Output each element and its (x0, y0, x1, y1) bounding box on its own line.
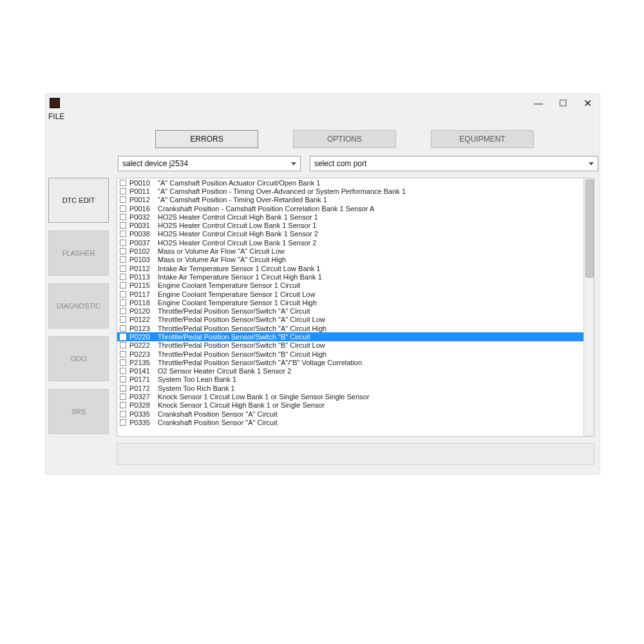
dtc-code: P0328 (129, 401, 158, 409)
dtc-desc: Crankshaft Position - Camshaft Position … (158, 205, 374, 213)
device-select[interactable]: salect device j2534 (118, 156, 301, 171)
dtc-row-checkbox[interactable] (120, 222, 126, 229)
dtc-row-checkbox[interactable] (120, 299, 126, 306)
dtc-row[interactable]: P0222Throttle/Pedal Position Sensor/Swit… (117, 341, 584, 350)
dtc-row[interactable]: P0171System Too Lean Bank 1 (117, 375, 584, 384)
side-tab-flasher[interactable]: FLASHER (48, 231, 109, 276)
dtc-row[interactable]: P0011"A" Camshaft Position - Timing Over… (117, 187, 584, 195)
dtc-row[interactable]: P0103Mass or Volume Air Flow "A" Circuit… (117, 256, 584, 264)
dtc-row-checkbox[interactable] (120, 240, 126, 246)
dtc-row[interactable]: P0220Throttle/Pedal Position Sensor/Swit… (117, 332, 584, 341)
dtc-row-checkbox[interactable] (120, 248, 126, 254)
dtc-desc: Knock Sensor 1 Circuit Low Bank 1 or Sin… (158, 393, 369, 401)
dtc-row[interactable]: P0012"A" Camshaft Position - Timing Over… (117, 196, 584, 204)
dtc-row-checkbox[interactable] (120, 214, 126, 220)
close-button[interactable]: ✕ (575, 94, 600, 112)
dtc-desc: "A" Camshaft Position Actuator Circuit/O… (158, 179, 320, 187)
dtc-row[interactable]: P0038HO2S Heater Control Circuit High Ba… (117, 230, 584, 238)
dtc-row-checkbox[interactable] (120, 376, 126, 383)
dtc-row-checkbox[interactable] (120, 256, 126, 263)
dtc-row[interactable]: P0010"A" Camshaft Position Actuator Circ… (117, 178, 584, 187)
dtc-row[interactable]: P0031HO2S Heater Control Circuit Low Ban… (117, 221, 584, 229)
minimize-button[interactable]: — (526, 94, 551, 112)
dtc-row-checkbox[interactable] (120, 325, 126, 332)
dtc-row[interactable]: P0123Throttle/Pedal Position Sensor/Swit… (117, 324, 584, 332)
scrollbar-vertical[interactable] (583, 178, 594, 436)
dtc-row-checkbox[interactable] (120, 291, 126, 298)
dtc-row[interactable]: P0122Throttle/Pedal Position Sensor/Swit… (117, 316, 584, 324)
dtc-row-checkbox[interactable] (120, 205, 126, 212)
dtc-row-checkbox[interactable] (120, 368, 126, 374)
dtc-row-checkbox[interactable] (120, 308, 126, 314)
dtc-row[interactable]: P0102Mass or Volume Air Flow "A" Circuit… (117, 247, 584, 255)
tab-options[interactable]: OPTIONS (293, 130, 396, 148)
dtc-row[interactable]: P0118Engine Coolant Temperature Sensor 1… (117, 298, 584, 307)
maximize-button[interactable]: ☐ (551, 94, 575, 112)
side-tab-dtc-edit[interactable]: DTC EDIT (48, 178, 109, 223)
dtc-code: P0335 (129, 410, 158, 418)
dtc-row-checkbox[interactable] (120, 359, 126, 366)
side-tab-srs[interactable]: SRS (48, 389, 109, 434)
dtc-row-checkbox[interactable] (120, 188, 126, 194)
dtc-row[interactable]: P0223Throttle/Pedal Position Sensor/Swit… (117, 350, 584, 358)
dtc-row[interactable]: P0016Crankshaft Position - Camshaft Posi… (117, 204, 584, 213)
dtc-row-checkbox[interactable] (120, 180, 126, 186)
dtc-row-checkbox[interactable] (120, 419, 126, 426)
tab-equipment[interactable]: EQUIPMENT (431, 130, 534, 148)
dtc-desc: Engine Coolant Temperature Sensor 1 Circ… (158, 290, 315, 298)
tab-errors[interactable]: ERRORS (155, 130, 258, 148)
dtc-listbox[interactable]: P0010"A" Camshaft Position Actuator Circ… (117, 178, 594, 437)
dtc-code: P0016 (129, 205, 158, 213)
side-tab-diagnostic[interactable]: DIAGNOSTIC (48, 283, 109, 328)
dtc-row-checkbox[interactable] (120, 342, 126, 348)
dtc-row[interactable]: P0335Crankshaft Position Sensor "A" Circ… (117, 410, 584, 418)
dtc-row[interactable]: P0115Engine Coolant Temperature Sensor 1… (117, 281, 584, 290)
dtc-row[interactable]: P0120Throttle/Pedal Position Sensor/Swit… (117, 307, 584, 315)
dtc-row[interactable]: P0032HO2S Heater Control Circuit High Ba… (117, 213, 584, 221)
dtc-code: P0141 (129, 367, 158, 375)
dtc-code: P0223 (129, 350, 158, 358)
scrollbar-thumb[interactable] (585, 180, 594, 278)
comport-select-value: select com port (314, 159, 366, 168)
dtc-row[interactable]: P0327Knock Sensor 1 Circuit Low Bank 1 o… (117, 392, 584, 401)
dtc-desc: Throttle/Pedal Position Sensor/Switch "B… (158, 350, 327, 358)
dtc-row-checkbox[interactable] (120, 351, 126, 357)
comport-select[interactable]: select com port (310, 156, 598, 171)
dtc-row[interactable]: P0172System Too Rich Bank 1 (117, 384, 584, 392)
dtc-desc: System Too Rich Bank 1 (158, 384, 235, 392)
dtc-row-checkbox[interactable] (120, 316, 126, 323)
client-area: ERRORS OPTIONS EQUIPMENT salect device j… (46, 125, 600, 474)
side-tab-odo[interactable]: ODO (48, 336, 109, 381)
dtc-row[interactable]: P0141O2 Sensor Heater Circuit Bank 1 Sen… (117, 367, 584, 375)
dtc-row-checkbox[interactable] (120, 334, 126, 340)
dtc-desc: Engine Coolant Temperature Sensor 1 Circ… (158, 299, 317, 307)
dtc-row-checkbox[interactable] (120, 402, 126, 408)
dtc-code: P0112 (129, 265, 158, 272)
dtc-desc: O2 Sensor Heater Circuit Bank 1 Sensor 2 (158, 367, 291, 375)
dtc-code: P0032 (129, 213, 158, 221)
dtc-row[interactable]: P0335Crankshaft Position Sensor "A" Circ… (117, 418, 584, 426)
dtc-row[interactable]: P0037HO2S Heater Control Circuit Low Ban… (117, 238, 584, 247)
dtc-desc: "A" Camshaft Position - Timing Over-Reta… (158, 196, 327, 204)
top-tabs: ERRORS OPTIONS EQUIPMENT (155, 130, 534, 148)
side-tabs: DTC EDIT FLASHER DIAGNOSTIC ODO SRS (48, 178, 109, 434)
dtc-row-checkbox[interactable] (120, 393, 126, 400)
dtc-row-checkbox[interactable] (120, 231, 126, 237)
dtc-row[interactable]: P0113Intake Air Temperature Sensor 1 Cir… (117, 272, 584, 281)
dtc-row-checkbox[interactable] (120, 265, 126, 272)
dtc-row[interactable]: P2135Throttle/Pedal Position Sensor/Swit… (117, 358, 584, 366)
dtc-row[interactable]: P0328Knock Sensor 1 Circuit High Bank 1 … (117, 401, 584, 410)
dtc-row-checkbox[interactable] (120, 196, 126, 203)
dtc-row-checkbox[interactable] (120, 282, 126, 289)
dtc-desc: HO2S Heater Control Circuit Low Bank 1 S… (158, 222, 316, 229)
dtc-code: P0117 (129, 290, 158, 298)
dtc-code: P0118 (129, 299, 158, 307)
menu-file[interactable]: FILE (48, 112, 64, 121)
dtc-row-checkbox[interactable] (120, 385, 126, 392)
dtc-row[interactable]: P0112Intake Air Temperature Sensor 1 Cir… (117, 264, 584, 272)
dtc-desc: System Too Lean Bank 1 (158, 375, 236, 383)
dtc-row[interactable]: P0117Engine Coolant Temperature Sensor 1… (117, 290, 584, 298)
dtc-row-checkbox[interactable] (120, 411, 126, 417)
dtc-desc: Throttle/Pedal Position Sensor/Switch "A… (158, 316, 325, 323)
dtc-row-checkbox[interactable] (120, 274, 126, 280)
